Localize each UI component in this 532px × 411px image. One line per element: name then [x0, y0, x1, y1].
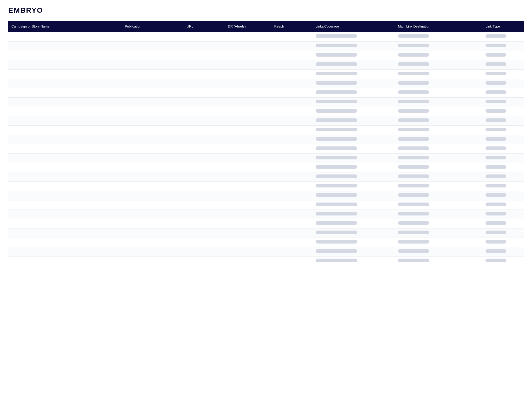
table-row[interactable]: [8, 219, 524, 228]
cell-url[interactable]: [184, 210, 225, 219]
cell-publication[interactable]: [122, 163, 183, 172]
table-row[interactable]: [8, 191, 524, 200]
cell-publication[interactable]: [122, 97, 183, 107]
cell-url[interactable]: [184, 116, 225, 125]
table-row[interactable]: [8, 256, 524, 266]
cell-publication[interactable]: [122, 172, 183, 181]
cell-destination[interactable]: [395, 32, 482, 41]
cell-links[interactable]: [312, 125, 395, 135]
cell-destination[interactable]: [395, 97, 482, 107]
cell-links[interactable]: [312, 41, 395, 51]
cell-url[interactable]: [184, 135, 225, 144]
cell-dr[interactable]: [225, 153, 271, 163]
cell-dr[interactable]: [225, 247, 271, 256]
table-row[interactable]: [8, 51, 524, 60]
cell-links[interactable]: [312, 219, 395, 228]
cell-dr[interactable]: [225, 210, 271, 219]
cell-linktype[interactable]: [482, 191, 524, 200]
cell-publication[interactable]: [122, 60, 183, 69]
cell-destination[interactable]: [395, 41, 482, 51]
cell-url[interactable]: [184, 51, 225, 60]
cell-destination[interactable]: [395, 163, 482, 172]
cell-linktype[interactable]: [482, 181, 524, 191]
cell-destination[interactable]: [395, 210, 482, 219]
cell-publication[interactable]: [122, 88, 183, 97]
cell-campaign[interactable]: [8, 69, 122, 79]
cell-links[interactable]: [312, 107, 395, 116]
cell-linktype[interactable]: [482, 172, 524, 181]
cell-publication[interactable]: [122, 116, 183, 125]
cell-dr[interactable]: [225, 144, 271, 153]
cell-campaign[interactable]: [8, 200, 122, 210]
cell-reach[interactable]: [271, 60, 312, 69]
table-row[interactable]: [8, 144, 524, 153]
cell-destination[interactable]: [395, 116, 482, 125]
table-row[interactable]: [8, 172, 524, 181]
cell-campaign[interactable]: [8, 247, 122, 256]
table-row[interactable]: [8, 88, 524, 97]
cell-reach[interactable]: [271, 238, 312, 247]
cell-url[interactable]: [184, 69, 225, 79]
cell-publication[interactable]: [122, 181, 183, 191]
cell-linktype[interactable]: [482, 125, 524, 135]
cell-linktype[interactable]: [482, 219, 524, 228]
cell-destination[interactable]: [395, 200, 482, 210]
cell-linktype[interactable]: [482, 247, 524, 256]
cell-links[interactable]: [312, 228, 395, 238]
cell-url[interactable]: [184, 256, 225, 266]
cell-destination[interactable]: [395, 107, 482, 116]
cell-publication[interactable]: [122, 153, 183, 163]
cell-links[interactable]: [312, 191, 395, 200]
cell-linktype[interactable]: [482, 116, 524, 125]
cell-campaign[interactable]: [8, 210, 122, 219]
cell-url[interactable]: [184, 88, 225, 97]
table-row[interactable]: [8, 163, 524, 172]
cell-links[interactable]: [312, 247, 395, 256]
cell-reach[interactable]: [271, 125, 312, 135]
cell-links[interactable]: [312, 210, 395, 219]
cell-campaign[interactable]: [8, 181, 122, 191]
cell-linktype[interactable]: [482, 107, 524, 116]
cell-campaign[interactable]: [8, 191, 122, 200]
cell-campaign[interactable]: [8, 79, 122, 88]
table-row[interactable]: [8, 60, 524, 69]
cell-dr[interactable]: [225, 51, 271, 60]
cell-campaign[interactable]: [8, 116, 122, 125]
cell-links[interactable]: [312, 181, 395, 191]
table-row[interactable]: [8, 107, 524, 116]
cell-reach[interactable]: [271, 97, 312, 107]
cell-links[interactable]: [312, 144, 395, 153]
cell-linktype[interactable]: [482, 135, 524, 144]
cell-destination[interactable]: [395, 69, 482, 79]
cell-campaign[interactable]: [8, 135, 122, 144]
cell-url[interactable]: [184, 144, 225, 153]
cell-dr[interactable]: [225, 107, 271, 116]
table-row[interactable]: [8, 69, 524, 79]
cell-links[interactable]: [312, 60, 395, 69]
cell-publication[interactable]: [122, 210, 183, 219]
cell-dr[interactable]: [225, 69, 271, 79]
cell-publication[interactable]: [122, 107, 183, 116]
cell-publication[interactable]: [122, 51, 183, 60]
cell-destination[interactable]: [395, 219, 482, 228]
cell-dr[interactable]: [225, 163, 271, 172]
cell-linktype[interactable]: [482, 144, 524, 153]
cell-linktype[interactable]: [482, 228, 524, 238]
cell-reach[interactable]: [271, 69, 312, 79]
cell-url[interactable]: [184, 97, 225, 107]
cell-dr[interactable]: [225, 219, 271, 228]
table-row[interactable]: [8, 125, 524, 135]
cell-publication[interactable]: [122, 69, 183, 79]
cell-links[interactable]: [312, 163, 395, 172]
table-row[interactable]: [8, 79, 524, 88]
cell-reach[interactable]: [271, 163, 312, 172]
cell-links[interactable]: [312, 200, 395, 210]
cell-links[interactable]: [312, 69, 395, 79]
table-row[interactable]: [8, 228, 524, 238]
cell-linktype[interactable]: [482, 79, 524, 88]
cell-campaign[interactable]: [8, 163, 122, 172]
cell-campaign[interactable]: [8, 107, 122, 116]
table-row[interactable]: [8, 181, 524, 191]
table-row[interactable]: [8, 32, 524, 41]
cell-dr[interactable]: [225, 181, 271, 191]
